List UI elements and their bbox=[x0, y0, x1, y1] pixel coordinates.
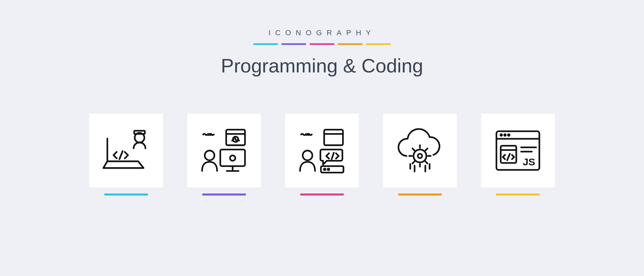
underline-seg-1 bbox=[253, 43, 278, 45]
icon-card-5: JS bbox=[481, 114, 555, 196]
cloud-gear-icon bbox=[383, 114, 457, 187]
icon-card-4 bbox=[383, 114, 457, 196]
svg-point-10 bbox=[308, 134, 309, 135]
overline-text: ICONOGRAPHY bbox=[221, 29, 423, 37]
underline-seg-5 bbox=[366, 43, 391, 45]
svg-point-15 bbox=[303, 151, 312, 160]
header: ICONOGRAPHY Programming & Coding bbox=[221, 29, 423, 77]
svg-point-9 bbox=[306, 134, 307, 135]
laptop-developer-icon bbox=[89, 114, 163, 187]
card-underline-2 bbox=[202, 194, 246, 196]
svg-point-21 bbox=[508, 134, 509, 136]
svg-text:JS: JS bbox=[523, 156, 535, 167]
user-desktop-code-icon bbox=[187, 114, 261, 187]
page-title: Programming & Coding bbox=[221, 54, 423, 77]
card-underline-4 bbox=[398, 194, 442, 196]
svg-point-3 bbox=[210, 134, 211, 135]
card-underline-1 bbox=[104, 194, 148, 196]
svg-point-19 bbox=[500, 134, 502, 136]
svg-point-14 bbox=[328, 169, 329, 170]
icon-card-3 bbox=[285, 114, 359, 196]
svg-rect-22 bbox=[501, 146, 516, 163]
underline-seg-2 bbox=[281, 43, 306, 45]
svg-rect-6 bbox=[220, 150, 245, 166]
icon-row: JS bbox=[89, 114, 555, 196]
icon-card-2 bbox=[187, 114, 261, 196]
underline-seg-3 bbox=[310, 43, 334, 45]
card-underline-5 bbox=[496, 194, 540, 196]
svg-point-7 bbox=[230, 155, 235, 161]
svg-point-2 bbox=[208, 134, 209, 135]
svg-rect-11 bbox=[324, 130, 343, 145]
svg-point-13 bbox=[324, 169, 326, 170]
svg-point-17 bbox=[418, 154, 422, 158]
svg-point-20 bbox=[504, 134, 506, 136]
browser-js-icon: JS bbox=[481, 114, 555, 187]
page: ICONOGRAPHY Programming & Coding bbox=[0, 0, 644, 276]
icon-card-1 bbox=[89, 114, 163, 196]
svg-point-8 bbox=[205, 151, 214, 160]
underline-seg-4 bbox=[338, 43, 363, 45]
svg-point-16 bbox=[414, 150, 426, 162]
user-server-code-icon bbox=[285, 114, 359, 187]
card-underline-3 bbox=[300, 194, 344, 196]
overline-underline bbox=[221, 43, 423, 45]
